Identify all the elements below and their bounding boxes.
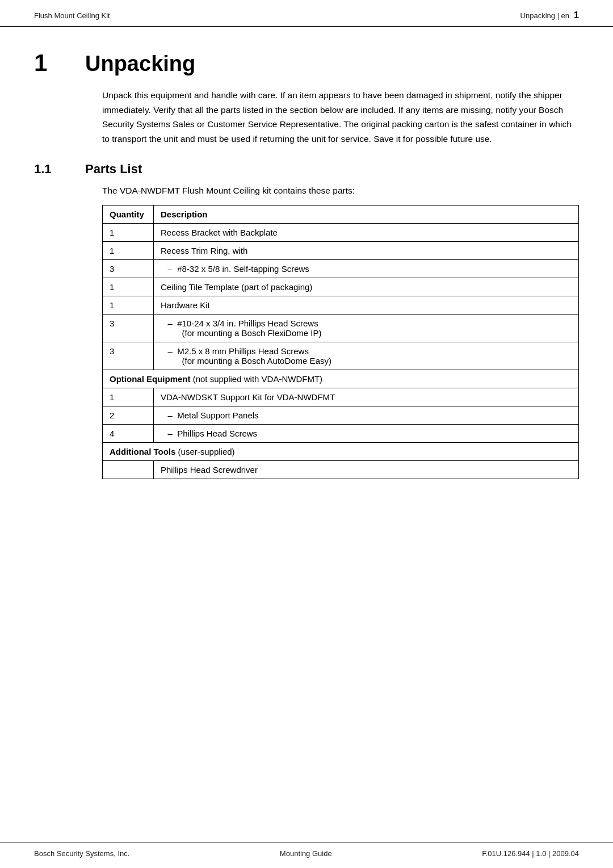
footer-company: Bosch Security Systems, Inc. bbox=[34, 849, 129, 858]
table-row: 4 – Phillips Head Screws bbox=[103, 425, 579, 443]
table-cell-qty: 1 bbox=[103, 278, 154, 296]
table-cell-desc: Hardware Kit bbox=[154, 296, 579, 315]
header-page-number: 1 bbox=[574, 10, 579, 20]
table-row: 1Recess Bracket with Backplate bbox=[103, 224, 579, 242]
section-number: 1.1 bbox=[34, 162, 68, 177]
table-cell-desc: – #8-32 x 5/8 in. Self-tapping Screws bbox=[154, 260, 579, 278]
table-cell-qty: 1 bbox=[103, 224, 154, 242]
header-section-info: Unpacking | en 1 bbox=[520, 10, 579, 20]
page-footer: Bosch Security Systems, Inc. Mounting Gu… bbox=[0, 842, 613, 868]
optional-equipment-row: Optional Equipment (not supplied with VD… bbox=[103, 370, 579, 388]
table-cell-desc: – M2.5 x 8 mm Phillips Head Screws (for … bbox=[154, 342, 579, 370]
header-section-label: Unpacking | en bbox=[520, 11, 570, 20]
table-row: 1Hardware Kit bbox=[103, 296, 579, 315]
table-row: 3 – #8-32 x 5/8 in. Self-tapping Screws bbox=[103, 260, 579, 278]
table-cell-qty: 1 bbox=[103, 296, 154, 315]
table-row: 1Ceiling Tile Template (part of packagin… bbox=[103, 278, 579, 296]
page: Flush Mount Ceiling Kit Unpacking | en 1… bbox=[0, 0, 613, 868]
table-row: 2 – Metal Support Panels bbox=[103, 406, 579, 425]
table-cell-desc: – #10-24 x 3/4 in. Phillips Head Screws … bbox=[154, 315, 579, 342]
chapter-body-text: Unpack this equipment and handle with ca… bbox=[102, 88, 579, 146]
table-row: Phillips Head Screwdriver bbox=[103, 461, 579, 479]
parts-table-wrapper: Quantity Description 1Recess Bracket wit… bbox=[102, 205, 579, 479]
footer-doc-type: Mounting Guide bbox=[280, 849, 332, 858]
table-cell-desc: – Metal Support Panels bbox=[154, 406, 579, 425]
table-row: 3 – #10-24 x 3/4 in. Phillips Head Screw… bbox=[103, 315, 579, 342]
table-cell-qty: 1 bbox=[103, 388, 154, 406]
table-cell-desc: Recess Trim Ring, with bbox=[154, 242, 579, 260]
col-header-description: Description bbox=[154, 206, 579, 224]
page-header: Flush Mount Ceiling Kit Unpacking | en 1 bbox=[0, 0, 613, 27]
table-row: 1VDA-NWDSKT Support Kit for VDA-NWDFMT bbox=[103, 388, 579, 406]
additional-tools-row: Additional Tools (user-supplied) bbox=[103, 443, 579, 461]
table-row: 1Recess Trim Ring, with bbox=[103, 242, 579, 260]
table-cell-desc: – Phillips Head Screws bbox=[154, 425, 579, 443]
section-title: Parts List bbox=[85, 162, 142, 177]
table-cell-desc: Recess Bracket with Backplate bbox=[154, 224, 579, 242]
header-product-name: Flush Mount Ceiling Kit bbox=[34, 11, 110, 20]
footer-doc-number: F.01U.126.944 | 1.0 | 2009.04 bbox=[482, 849, 579, 858]
parts-intro-text: The VDA-NWDFMT Flush Mount Ceiling kit c… bbox=[102, 186, 579, 196]
additional-tools-label: Additional Tools (user-supplied) bbox=[103, 443, 579, 461]
main-content: 1 Unpacking Unpack this equipment and ha… bbox=[0, 27, 613, 842]
table-cell-qty: 3 bbox=[103, 342, 154, 370]
chapter-heading: 1 Unpacking bbox=[34, 49, 579, 77]
table-cell-qty: 1 bbox=[103, 242, 154, 260]
parts-table: Quantity Description 1Recess Bracket wit… bbox=[102, 205, 579, 479]
table-row: 3 – M2.5 x 8 mm Phillips Head Screws (fo… bbox=[103, 342, 579, 370]
table-cell-qty: 3 bbox=[103, 315, 154, 342]
table-cell-desc: Ceiling Tile Template (part of packaging… bbox=[154, 278, 579, 296]
chapter-number: 1 bbox=[34, 49, 68, 77]
table-cell-desc: VDA-NWDSKT Support Kit for VDA-NWDFMT bbox=[154, 388, 579, 406]
col-header-quantity: Quantity bbox=[103, 206, 154, 224]
section-heading: 1.1 Parts List bbox=[34, 162, 579, 177]
table-cell-qty bbox=[103, 461, 154, 479]
optional-equipment-label: Optional Equipment (not supplied with VD… bbox=[103, 370, 579, 388]
table-cell-qty: 3 bbox=[103, 260, 154, 278]
table-header-row: Quantity Description bbox=[103, 206, 579, 224]
table-cell-qty: 2 bbox=[103, 406, 154, 425]
table-cell-desc: Phillips Head Screwdriver bbox=[154, 461, 579, 479]
chapter-title: Unpacking bbox=[85, 52, 195, 76]
table-cell-qty: 4 bbox=[103, 425, 154, 443]
